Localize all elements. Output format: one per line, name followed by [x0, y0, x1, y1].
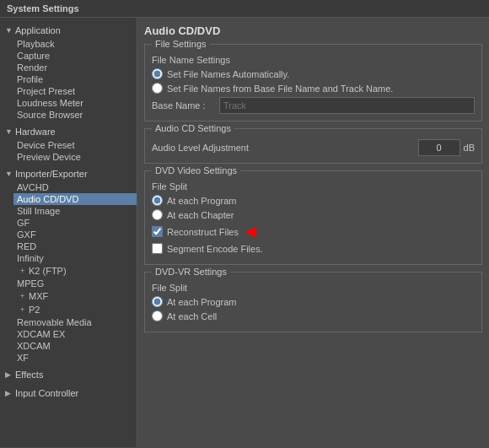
file-settings-title: File Settings: [152, 39, 210, 49]
sidebar-item-still-image[interactable]: Still Image: [13, 205, 137, 217]
dvd-vr-radio-program-input[interactable]: [152, 296, 163, 307]
dvd-vr-radio-cell-label: At each Cell: [167, 311, 217, 321]
dvd-radio-program-label: At each Program: [167, 196, 237, 206]
sidebar-item-red[interactable]: RED: [13, 240, 137, 252]
sidebar-item-mpeg[interactable]: MPEG: [13, 278, 137, 289]
dvd-video-settings-group: DVD Video Settings File Split At each Pr…: [144, 170, 482, 265]
sidebar-section-importer-exporter[interactable]: ▼ Importer/Exporter AVCHD Audio CD/DVD S…: [0, 165, 137, 365]
sidebar-label-hardware: Hardware: [12, 126, 59, 138]
base-name-input[interactable]: [219, 97, 475, 114]
sidebar-item-k2-ftp[interactable]: + K2 (FTP): [13, 264, 137, 278]
dvd-radio-chapter-label: At each Chapter: [167, 210, 234, 220]
sidebar-item-removable-media[interactable]: Removable Media: [13, 316, 137, 328]
arrow-importer-exporter: ▼: [2, 169, 12, 179]
segment-encode-text: Segment Encode Files.: [167, 244, 263, 254]
plus-mxf: +: [17, 291, 25, 301]
reconstruct-files-label[interactable]: Reconstruct Files: [152, 226, 239, 237]
segment-encode-label[interactable]: Segment Encode Files.: [152, 243, 475, 254]
sidebar-item-loudness-meter[interactable]: Loudness Meter: [13, 97, 137, 109]
dvd-radio-each-chapter[interactable]: At each Chapter: [152, 209, 475, 220]
title-label: System Settings: [7, 3, 79, 13]
radio-set-auto-label: Set File Names Automatically.: [167, 69, 289, 79]
content-area: Audio CD/DVD File Settings File Name Set…: [137, 18, 489, 447]
sidebar-item-playback[interactable]: Playback: [13, 38, 137, 50]
dvd-vr-radio-program-label: At each Program: [167, 297, 237, 307]
dvd-radio-program-input[interactable]: [152, 195, 163, 206]
content-title: Audio CD/DVD: [144, 24, 482, 37]
sidebar-label-input-controller: Input Controller: [12, 387, 82, 399]
radio-set-automatically[interactable]: Set File Names Automatically.: [152, 68, 475, 79]
radio-set-base-input[interactable]: [152, 83, 163, 94]
dvd-file-split-label: File Split: [152, 181, 475, 192]
sidebar-section-application[interactable]: ▼ Application Playback Capture Render Pr…: [0, 21, 137, 122]
dvd-vr-radio-each-program[interactable]: At each Program: [152, 296, 475, 307]
sidebar-item-source-browser[interactable]: Source Browser: [13, 109, 137, 121]
sidebar-item-profile[interactable]: Profile: [13, 73, 137, 85]
reconstruct-files-text: Reconstruct Files: [167, 227, 239, 237]
title-bar: System Settings: [0, 0, 489, 18]
base-name-row: Base Name :: [152, 97, 475, 114]
audio-level-label: Audio Level Adjustment: [152, 143, 418, 153]
plus-p2: +: [17, 305, 25, 315]
dvd-radio-chapter-input[interactable]: [152, 209, 163, 220]
sidebar-item-avchd[interactable]: AVCHD: [13, 181, 137, 193]
sidebar-item-mxf[interactable]: + MXF: [13, 289, 137, 303]
sidebar: ▼ Application Playback Capture Render Pr…: [0, 18, 137, 447]
sidebar-item-project-preset[interactable]: Project Preset: [13, 85, 137, 97]
sidebar-label-importer-exporter: Importer/Exporter: [12, 168, 91, 180]
sidebar-section-effects[interactable]: ▶ Effects: [0, 365, 137, 384]
base-name-label: Base Name :: [152, 100, 219, 111]
file-settings-group: File Settings File Name Settings Set Fil…: [144, 44, 482, 121]
sidebar-item-gf[interactable]: GF: [13, 217, 137, 229]
sidebar-item-gxf[interactable]: GXF: [13, 229, 137, 240]
audio-cd-settings-group: Audio CD Settings Audio Level Adjustment…: [144, 128, 482, 164]
sidebar-label-effects: Effects: [12, 369, 46, 381]
sidebar-section-input-controller[interactable]: ▶ Input Controller: [0, 384, 137, 402]
file-name-settings-label: File Name Settings: [152, 55, 475, 65]
plus-k2: +: [17, 266, 25, 276]
radio-set-from-base[interactable]: Set File Names from Base File Name and T…: [152, 83, 475, 94]
dvd-vr-radio-each-cell[interactable]: At each Cell: [152, 310, 475, 321]
dvd-vr-settings-group: DVD-VR Settings File Split At each Progr…: [144, 272, 482, 332]
dvd-radio-each-program[interactable]: At each Program: [152, 195, 475, 206]
sidebar-item-audio-cd-dvd[interactable]: Audio CD/DVD: [13, 193, 137, 205]
audio-level-unit: dB: [464, 143, 475, 153]
audio-cd-settings-title: Audio CD Settings: [152, 123, 234, 133]
dvd-vr-radio-cell-input[interactable]: [152, 310, 163, 321]
reconstruct-files-checkbox[interactable]: [152, 226, 163, 237]
sidebar-section-hardware[interactable]: ▼ Hardware Device Preset Preview Device: [0, 122, 137, 165]
hardware-children: Device Preset Preview Device: [0, 139, 137, 163]
arrow-effects: ▶: [2, 370, 12, 380]
arrow-input-controller: ▶: [2, 388, 12, 398]
dvd-vr-file-split-label: File Split: [152, 283, 475, 293]
dvd-vr-settings-title: DVD-VR Settings: [152, 267, 230, 277]
segment-encode-checkbox[interactable]: [152, 243, 163, 254]
sidebar-item-xf[interactable]: XF: [13, 352, 137, 364]
sidebar-item-render[interactable]: Render: [13, 62, 137, 73]
arrow-application: ▼: [2, 25, 12, 35]
reconstruct-row: Reconstruct Files ◀: [152, 224, 475, 240]
application-children: Playback Capture Render Profile Project …: [0, 38, 137, 121]
audio-level-input[interactable]: 0: [418, 139, 460, 156]
sidebar-label-application: Application: [12, 24, 64, 36]
radio-set-auto-input[interactable]: [152, 68, 163, 79]
sidebar-item-device-preset[interactable]: Device Preset: [13, 139, 137, 151]
arrow-hardware: ▼: [2, 127, 12, 137]
sidebar-item-p2[interactable]: + P2: [13, 303, 137, 316]
sidebar-item-xdcam[interactable]: XDCAM: [13, 340, 137, 352]
dvd-video-settings-title: DVD Video Settings: [152, 165, 240, 175]
importer-exporter-children: AVCHD Audio CD/DVD Still Image GF GXF RE…: [0, 181, 137, 364]
sidebar-item-capture[interactable]: Capture: [13, 50, 137, 62]
audio-level-row: Audio Level Adjustment 0 dB: [152, 139, 475, 156]
main-container: ▼ Application Playback Capture Render Pr…: [0, 18, 489, 447]
sidebar-item-preview-device[interactable]: Preview Device: [13, 151, 137, 163]
red-arrow-icon: ◀: [245, 224, 255, 240]
radio-set-base-label: Set File Names from Base File Name and T…: [167, 84, 393, 94]
sidebar-item-infinity[interactable]: Infinity: [13, 252, 137, 264]
sidebar-item-xdcam-ex[interactable]: XDCAM EX: [13, 328, 137, 340]
